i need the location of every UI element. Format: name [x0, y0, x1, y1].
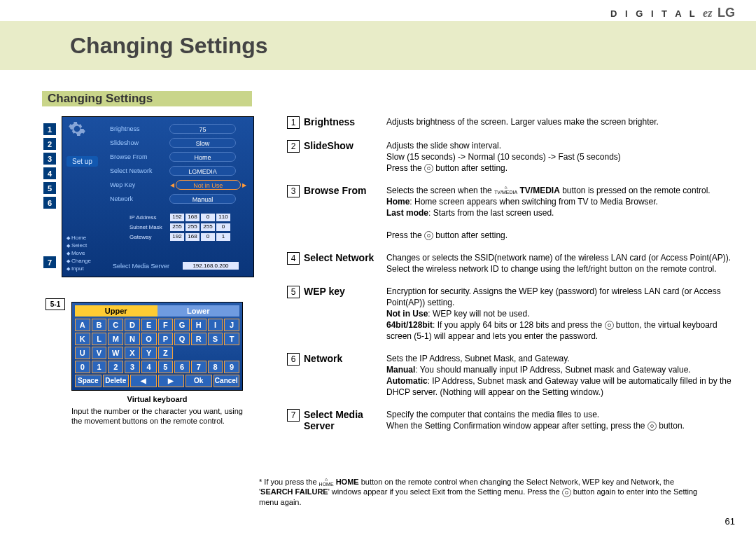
vkb-key[interactable]: R — [191, 333, 206, 345]
ok-icon — [424, 231, 433, 240]
setup-footer-hints: Home Select Move Change Input — [66, 234, 91, 272]
item-number: 4 — [287, 252, 300, 265]
banner-title: Changing Settings — [0, 33, 268, 59]
callout-2: 2 — [43, 138, 56, 150]
vkb-key[interactable]: Y — [141, 347, 157, 359]
vkb-key[interactable]: N — [125, 333, 140, 345]
item-desc: Specify the computer that contains the m… — [386, 409, 735, 431]
settings-descriptions: 1BrightnessAdjusts brightness of the scr… — [287, 116, 735, 443]
vkb-key[interactable]: 6 — [174, 361, 190, 373]
vkb-key[interactable]: G — [174, 319, 190, 331]
ok-icon — [605, 321, 614, 330]
vkb-key[interactable]: Z — [158, 347, 174, 359]
vkb-key-delete[interactable]: Delete — [103, 375, 130, 387]
vkb-key[interactable]: 4 — [141, 361, 157, 373]
item-number: 5 — [287, 286, 300, 298]
ok-icon — [648, 422, 657, 431]
vkb-caption: Virtual keyboard — [71, 395, 243, 403]
vkb-key[interactable]: Q — [174, 333, 190, 345]
vkb-key[interactable]: O — [141, 333, 157, 345]
callout-6: 6 — [43, 197, 56, 209]
vkb-key[interactable]: U — [75, 347, 90, 359]
item-number: 7 — [287, 409, 300, 422]
callout-1: 1 — [43, 123, 56, 135]
item-number: 2 — [287, 140, 300, 153]
vkb-key[interactable]: T — [224, 333, 239, 345]
vkb-key[interactable]: F — [158, 319, 174, 331]
item-title: Select Network — [304, 252, 386, 275]
setup-screenshot: Set up Home Select Move Change Input Bri… — [62, 116, 254, 277]
vkb-key[interactable]: M — [108, 333, 123, 345]
item-desc: Adjusts brightness of the screen. Larger… — [386, 116, 735, 129]
vkb-key[interactable]: 8 — [208, 361, 223, 373]
callout-numbers: 1 2 3 4 5 6 — [43, 123, 56, 211]
vkb-key[interactable]: I — [208, 319, 223, 331]
vkb-key[interactable]: S — [208, 333, 223, 345]
section-title: Changing Settings — [48, 92, 153, 106]
callout-7: 7 — [43, 256, 56, 268]
callout-3: 3 — [43, 153, 56, 165]
vkb-key-cancel[interactable]: Cancel — [214, 375, 240, 387]
brand-logo: D I G I T A L ez LG — [610, 6, 735, 20]
vkb-key[interactable]: 7 — [191, 361, 206, 373]
virtual-keyboard: Upper Lower ABCDEFGHIJ KLMNOPQRST UVWXYZ… — [71, 302, 243, 391]
vkb-key[interactable]: L — [92, 333, 107, 345]
item-desc: Changes or selects the SSID(network name… — [386, 252, 735, 275]
item-number: 1 — [287, 116, 300, 129]
item-desc: Sets the IP Address, Subnet Mask, and Ga… — [386, 353, 735, 398]
page-number: 61 — [725, 516, 735, 527]
footnote: * If you press the ⌂HOME HOME button on … — [259, 477, 707, 507]
callout-5: 5 — [43, 182, 56, 194]
vkb-key[interactable]: 3 — [125, 361, 140, 373]
item-desc: Adjusts the slide show interval.Slow (15… — [386, 140, 735, 174]
callout-4: 4 — [43, 167, 56, 179]
item-title: Select MediaServer — [304, 409, 386, 431]
item-number: 3 — [287, 185, 300, 197]
vkb-key[interactable]: K — [75, 333, 90, 345]
vkb-key[interactable]: D — [125, 319, 140, 331]
vkb-key[interactable]: H — [191, 319, 206, 331]
vkb-key[interactable]: 5 — [158, 361, 174, 373]
vkb-key[interactable]: B — [92, 319, 107, 331]
page-banner: Changing Settings — [0, 21, 756, 70]
section-header: Changing Settings — [42, 91, 252, 106]
callout-5-1: 5-1 — [46, 298, 65, 310]
vkb-key[interactable]: C — [108, 319, 123, 331]
item-desc: Encryption for security. Assigns the WEP… — [386, 286, 735, 342]
vkb-key[interactable]: 2 — [108, 361, 123, 373]
vkb-key[interactable]: E — [141, 319, 157, 331]
vkb-key-ok[interactable]: Ok — [186, 375, 212, 387]
vkb-key-◀[interactable]: ◀ — [130, 375, 157, 387]
vkb-key[interactable]: X — [125, 347, 140, 359]
ok-icon — [424, 164, 433, 173]
item-title: Brightness — [304, 116, 386, 129]
vkb-key[interactable]: 0 — [75, 361, 90, 373]
vkb-tab-upper[interactable]: Upper — [75, 305, 158, 317]
ok-icon — [562, 488, 571, 497]
item-title: Network — [304, 353, 386, 398]
vkb-key[interactable]: W — [108, 347, 123, 359]
vkb-key[interactable]: V — [92, 347, 107, 359]
vkb-tab-lower[interactable]: Lower — [158, 305, 240, 317]
setup-sidebar-item: Set up — [66, 156, 98, 167]
vkb-key[interactable]: A — [75, 319, 90, 331]
item-title: SlideShow — [304, 140, 386, 174]
gear-icon — [68, 120, 86, 138]
vkb-description: Input the number or the character you wa… — [71, 406, 243, 426]
item-title: WEP key — [304, 286, 386, 342]
vkb-key-▶[interactable]: ▶ — [158, 375, 185, 387]
item-title: Browse From — [304, 185, 386, 241]
vkb-key-space[interactable]: Space — [75, 375, 102, 387]
item-desc: Selects the screen when the ⌂TV/MEDIA TV… — [386, 185, 735, 241]
vkb-key[interactable]: 9 — [224, 361, 239, 373]
vkb-key[interactable]: P — [158, 333, 174, 345]
vkb-key[interactable]: J — [224, 319, 239, 331]
item-number: 6 — [287, 353, 300, 366]
vkb-key[interactable]: 1 — [92, 361, 107, 373]
